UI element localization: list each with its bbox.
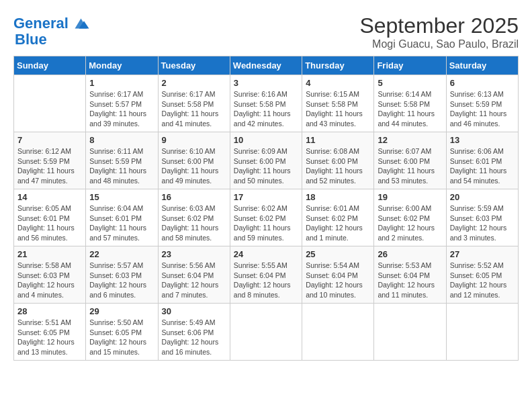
header-wednesday: Wednesday (230, 56, 302, 75)
day-info: Sunrise: 6:11 AM Sunset: 5:59 PM Dayligh… (89, 146, 154, 186)
day-info: Sunrise: 6:05 AM Sunset: 6:01 PM Dayligh… (17, 203, 82, 243)
day-number: 8 (89, 135, 154, 145)
day-info: Sunrise: 6:17 AM Sunset: 5:57 PM Dayligh… (89, 89, 154, 129)
day-number: 4 (306, 78, 370, 88)
day-number: 30 (162, 306, 226, 316)
day-info: Sunrise: 5:50 AM Sunset: 6:05 PM Dayligh… (89, 318, 154, 357)
calendar-week-4: 28Sunrise: 5:51 AM Sunset: 6:05 PM Dayli… (14, 304, 519, 361)
day-number: 25 (306, 249, 370, 259)
day-number: 11 (306, 135, 370, 145)
header-monday: Monday (86, 56, 158, 75)
day-number: 29 (89, 306, 154, 316)
calendar-cell: 23Sunrise: 5:56 AM Sunset: 6:04 PM Dayli… (158, 246, 230, 304)
day-number: 2 (162, 78, 226, 88)
day-number: 14 (17, 192, 82, 202)
page-header: General Blue September 2025 Mogi Guacu, … (13, 13, 519, 50)
logo-icon (70, 13, 90, 34)
calendar-cell: 10Sunrise: 6:09 AM Sunset: 6:00 PM Dayli… (230, 132, 302, 189)
calendar-week-3: 21Sunrise: 5:58 AM Sunset: 6:03 PM Dayli… (14, 246, 519, 304)
calendar-cell: 8Sunrise: 6:11 AM Sunset: 5:59 PM Daylig… (86, 132, 158, 189)
day-info: Sunrise: 5:56 AM Sunset: 6:04 PM Dayligh… (162, 261, 226, 300)
day-info: Sunrise: 6:06 AM Sunset: 6:01 PM Dayligh… (450, 146, 515, 186)
calendar-cell: 24Sunrise: 5:55 AM Sunset: 6:04 PM Dayli… (230, 246, 302, 304)
day-number: 1 (89, 78, 154, 88)
day-number: 23 (162, 249, 226, 259)
day-info: Sunrise: 5:54 AM Sunset: 6:04 PM Dayligh… (306, 261, 370, 300)
calendar-cell (446, 304, 518, 361)
title-block: September 2025 Mogi Guacu, Sao Paulo, Br… (359, 13, 519, 50)
day-info: Sunrise: 6:16 AM Sunset: 5:58 PM Dayligh… (234, 89, 298, 129)
day-number: 24 (234, 249, 298, 259)
day-number: 19 (378, 192, 442, 202)
header-tuesday: Tuesday (158, 56, 230, 75)
day-info: Sunrise: 6:09 AM Sunset: 6:00 PM Dayligh… (234, 146, 298, 186)
calendar-cell: 26Sunrise: 5:53 AM Sunset: 6:04 PM Dayli… (374, 246, 446, 304)
day-number: 12 (378, 135, 442, 145)
calendar-cell: 1Sunrise: 6:17 AM Sunset: 5:57 PM Daylig… (86, 75, 158, 132)
day-info: Sunrise: 5:52 AM Sunset: 6:05 PM Dayligh… (450, 261, 515, 300)
header-thursday: Thursday (302, 56, 374, 75)
calendar-cell: 9Sunrise: 6:10 AM Sunset: 6:00 PM Daylig… (158, 132, 230, 189)
day-number: 13 (450, 135, 515, 145)
day-info: Sunrise: 5:55 AM Sunset: 6:04 PM Dayligh… (234, 261, 298, 300)
calendar-cell: 29Sunrise: 5:50 AM Sunset: 6:05 PM Dayli… (86, 304, 158, 361)
calendar-cell: 2Sunrise: 6:17 AM Sunset: 5:58 PM Daylig… (158, 75, 230, 132)
calendar-cell: 20Sunrise: 5:59 AM Sunset: 6:03 PM Dayli… (446, 189, 518, 246)
day-info: Sunrise: 6:02 AM Sunset: 6:02 PM Dayligh… (234, 203, 298, 243)
day-info: Sunrise: 5:53 AM Sunset: 6:04 PM Dayligh… (378, 261, 442, 300)
day-info: Sunrise: 6:10 AM Sunset: 6:00 PM Dayligh… (162, 146, 226, 186)
header-sunday: Sunday (14, 56, 86, 75)
calendar-cell: 4Sunrise: 6:15 AM Sunset: 5:58 PM Daylig… (302, 75, 374, 132)
calendar-cell: 5Sunrise: 6:14 AM Sunset: 5:58 PM Daylig… (374, 75, 446, 132)
day-info: Sunrise: 5:58 AM Sunset: 6:03 PM Dayligh… (17, 261, 82, 300)
day-info: Sunrise: 6:07 AM Sunset: 6:00 PM Dayligh… (378, 146, 442, 186)
calendar-cell: 15Sunrise: 6:04 AM Sunset: 6:01 PM Dayli… (86, 189, 158, 246)
calendar-cell: 6Sunrise: 6:13 AM Sunset: 5:59 PM Daylig… (446, 75, 518, 132)
calendar-cell (302, 304, 374, 361)
day-info: Sunrise: 6:03 AM Sunset: 6:02 PM Dayligh… (162, 203, 226, 243)
calendar-cell: 25Sunrise: 5:54 AM Sunset: 6:04 PM Dayli… (302, 246, 374, 304)
day-info: Sunrise: 5:57 AM Sunset: 6:03 PM Dayligh… (89, 261, 154, 300)
calendar-cell: 16Sunrise: 6:03 AM Sunset: 6:02 PM Dayli… (158, 189, 230, 246)
calendar-cell (14, 75, 86, 132)
day-number: 15 (89, 192, 154, 202)
day-info: Sunrise: 6:14 AM Sunset: 5:58 PM Dayligh… (378, 89, 442, 129)
header-saturday: Saturday (446, 56, 518, 75)
month-title: September 2025 (359, 13, 519, 38)
calendar-cell: 30Sunrise: 5:49 AM Sunset: 6:06 PM Dayli… (158, 304, 230, 361)
day-info: Sunrise: 6:13 AM Sunset: 5:59 PM Dayligh… (450, 89, 515, 129)
day-info: Sunrise: 6:17 AM Sunset: 5:58 PM Dayligh… (162, 89, 226, 129)
calendar-week-2: 14Sunrise: 6:05 AM Sunset: 6:01 PM Dayli… (14, 189, 519, 246)
day-number: 6 (450, 78, 515, 88)
calendar-cell: 13Sunrise: 6:06 AM Sunset: 6:01 PM Dayli… (446, 132, 518, 189)
calendar-cell: 14Sunrise: 6:05 AM Sunset: 6:01 PM Dayli… (14, 189, 86, 246)
calendar-table: SundayMondayTuesdayWednesdayThursdayFrid… (13, 56, 519, 361)
day-number: 7 (17, 135, 82, 145)
day-number: 17 (234, 192, 298, 202)
calendar-cell: 3Sunrise: 6:16 AM Sunset: 5:58 PM Daylig… (230, 75, 302, 132)
calendar-cell: 12Sunrise: 6:07 AM Sunset: 6:00 PM Dayli… (374, 132, 446, 189)
calendar-cell: 28Sunrise: 5:51 AM Sunset: 6:05 PM Dayli… (14, 304, 86, 361)
calendar-cell: 19Sunrise: 6:00 AM Sunset: 6:02 PM Dayli… (374, 189, 446, 246)
calendar-cell (374, 304, 446, 361)
day-number: 26 (378, 249, 442, 259)
calendar-cell (230, 304, 302, 361)
calendar-cell: 17Sunrise: 6:02 AM Sunset: 6:02 PM Dayli… (230, 189, 302, 246)
day-number: 21 (17, 249, 82, 259)
day-number: 16 (162, 192, 226, 202)
day-number: 20 (450, 192, 515, 202)
calendar-cell: 11Sunrise: 6:08 AM Sunset: 6:00 PM Dayli… (302, 132, 374, 189)
day-number: 10 (234, 135, 298, 145)
day-number: 9 (162, 135, 226, 145)
day-number: 28 (17, 306, 82, 316)
calendar-week-1: 7Sunrise: 6:12 AM Sunset: 5:59 PM Daylig… (14, 132, 519, 189)
day-info: Sunrise: 5:59 AM Sunset: 6:03 PM Dayligh… (450, 203, 515, 243)
day-info: Sunrise: 6:01 AM Sunset: 6:02 PM Dayligh… (306, 203, 370, 243)
day-info: Sunrise: 6:12 AM Sunset: 5:59 PM Dayligh… (17, 146, 82, 186)
day-info: Sunrise: 6:04 AM Sunset: 6:01 PM Dayligh… (89, 203, 154, 243)
day-info: Sunrise: 6:00 AM Sunset: 6:02 PM Dayligh… (378, 203, 442, 243)
day-info: Sunrise: 6:15 AM Sunset: 5:58 PM Dayligh… (306, 89, 370, 129)
calendar-cell: 21Sunrise: 5:58 AM Sunset: 6:03 PM Dayli… (14, 246, 86, 304)
logo: General Blue (13, 13, 90, 48)
day-info: Sunrise: 5:51 AM Sunset: 6:05 PM Dayligh… (17, 318, 82, 357)
